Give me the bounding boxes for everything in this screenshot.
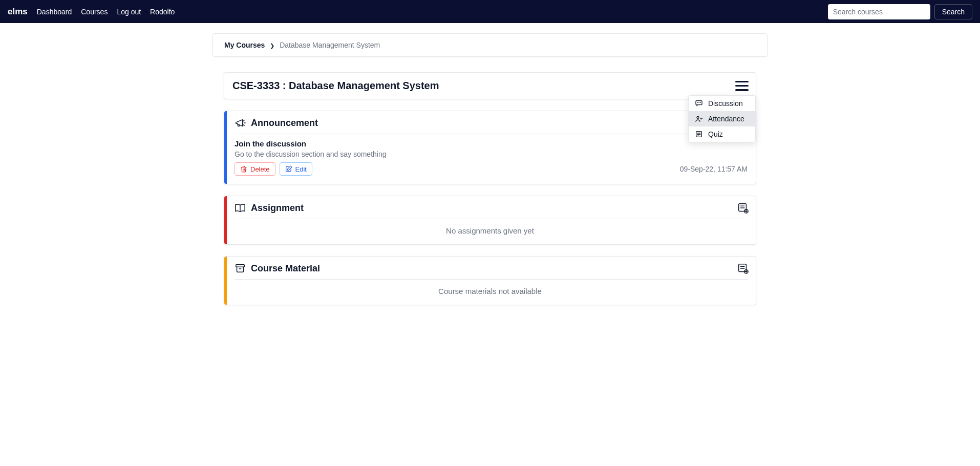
trash-icon — [240, 165, 247, 173]
menu-item-label: Discussion — [708, 99, 743, 108]
material-heading: Course Material — [251, 263, 320, 274]
announcement-title: Join the discussion — [235, 139, 748, 148]
edit-label: Edit — [295, 165, 307, 173]
megaphone-icon — [235, 117, 246, 129]
nav-dashboard[interactable]: Dashboard — [37, 8, 72, 16]
breadcrumb: My Courses ❯ Database Management System — [212, 33, 768, 57]
menu-item-attendance[interactable]: Attendance — [689, 111, 755, 126]
edit-button[interactable]: Edit — [280, 162, 312, 176]
svg-rect-13 — [236, 265, 245, 267]
announcement-timestamp: 09-Sep-22, 11:57 AM — [680, 165, 748, 173]
assignment-empty: No assignments given yet — [232, 219, 748, 236]
menu-item-label: Quiz — [708, 130, 723, 138]
assignment-section: Assignment No assignments given yet — [224, 196, 756, 245]
announcement-heading: Announcement — [251, 118, 318, 129]
delete-button[interactable]: Delete — [235, 162, 275, 176]
add-document-icon[interactable] — [737, 263, 749, 274]
nav-username[interactable]: Rodolfo — [150, 8, 175, 16]
attendance-icon — [695, 115, 703, 123]
svg-point-1 — [697, 116, 699, 118]
add-document-icon[interactable] — [737, 202, 749, 214]
menu-item-label: Attendance — [708, 115, 744, 123]
material-empty: Course materials not available — [232, 280, 748, 296]
nav-courses[interactable]: Courses — [81, 8, 108, 16]
nav-logout[interactable]: Log out — [117, 8, 141, 16]
nav-links: Dashboard Courses Log out Rodolfo — [37, 8, 828, 16]
material-section: Course Material Course materials not ava… — [224, 256, 756, 305]
search-input[interactable] — [828, 4, 930, 19]
menu-item-discussion[interactable]: Discussion — [689, 96, 755, 111]
course-header: CSE-3333 : Database Management System Di… — [224, 72, 756, 99]
hamburger-icon — [735, 81, 749, 83]
course-menu-dropdown: Discussion Attendance Quiz — [688, 95, 756, 142]
brand-logo[interactable]: elms — [8, 7, 28, 17]
announcement-section: Announcement Join the discussion Go to t… — [224, 111, 756, 184]
course-menu-toggle[interactable] — [735, 81, 749, 91]
hamburger-icon — [735, 89, 749, 91]
delete-label: Delete — [250, 165, 270, 173]
breadcrumb-my-courses[interactable]: My Courses — [224, 41, 265, 49]
search-form: Search — [828, 4, 972, 19]
open-book-icon — [235, 202, 246, 214]
chat-icon — [695, 99, 703, 108]
top-navbar: elms Dashboard Courses Log out Rodolfo S… — [0, 0, 980, 23]
search-button[interactable]: Search — [934, 4, 972, 19]
quiz-icon — [695, 130, 703, 138]
menu-item-quiz[interactable]: Quiz — [689, 126, 755, 142]
svg-rect-0 — [696, 101, 702, 105]
course-title: CSE-3333 : Database Management System — [232, 80, 748, 92]
assignment-heading: Assignment — [251, 203, 304, 214]
breadcrumb-separator-icon: ❯ — [270, 43, 274, 49]
archive-icon — [235, 263, 246, 274]
announcement-description: Go to the discussion section and say som… — [235, 150, 748, 158]
breadcrumb-current: Database Management System — [280, 41, 380, 49]
hamburger-icon — [735, 85, 749, 87]
edit-icon — [285, 165, 292, 173]
